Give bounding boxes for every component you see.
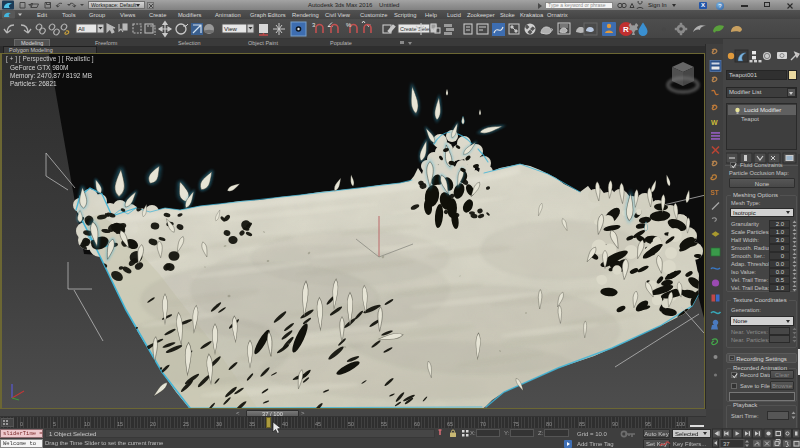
svg-text:%: %	[346, 22, 352, 28]
svg-text:GeForce GTX 980M: GeForce GTX 980M	[10, 64, 69, 71]
svg-text:ST: ST	[711, 189, 719, 196]
svg-text:All: All	[78, 26, 85, 32]
svg-text:W: W	[711, 119, 718, 126]
svg-text:37: 37	[723, 441, 730, 447]
svg-text:Memory: 2470.87 / 8192 MB: Memory: 2470.87 / 8192 MB	[10, 72, 92, 80]
svg-text:Particles: 26821: Particles: 26821	[10, 80, 57, 87]
svg-text:R: R	[623, 25, 629, 34]
svg-text:[ + ] [ Perspective ] [ Realis: [ + ] [ Perspective ] [ Realistic ]	[6, 55, 94, 63]
svg-text:View: View	[224, 26, 238, 32]
